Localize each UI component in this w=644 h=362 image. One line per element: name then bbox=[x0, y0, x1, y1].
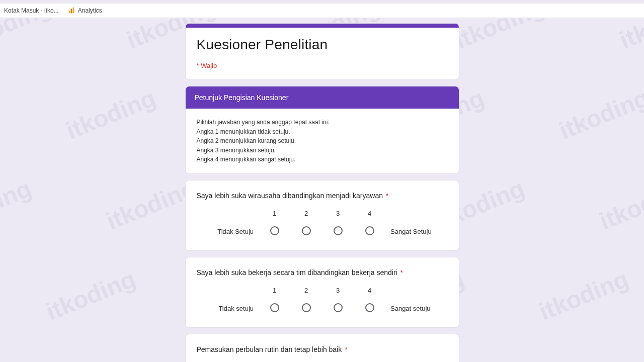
form-title: Kuesioner Penelitian bbox=[197, 37, 448, 53]
required-asterisk: * bbox=[384, 192, 388, 200]
bookmark-label: Analytics bbox=[78, 7, 102, 14]
instruction-line: Angka 2 menunjukkan kurang setuju. bbox=[197, 136, 448, 146]
instructions-body: Pilihlah jawaban yang anda anggap tepat … bbox=[186, 109, 459, 173]
required-note: * Wajib bbox=[197, 62, 448, 69]
form-page: Kuesioner Penelitian * Wajib Petunjuk Pe… bbox=[0, 18, 644, 362]
radio-option-4[interactable] bbox=[365, 303, 374, 312]
scale-number: 2 bbox=[290, 287, 322, 294]
question-card: Saya lebih suka bekerja secara tim diban… bbox=[185, 257, 459, 328]
bookmark-item-analytics[interactable]: Analytics bbox=[68, 7, 102, 14]
svg-rect-1 bbox=[70, 9, 72, 14]
scale-number: 1 bbox=[259, 210, 290, 217]
form-header-card: Kuesioner Penelitian * Wajib bbox=[185, 23, 459, 80]
svg-rect-2 bbox=[72, 8, 74, 13]
radio-option-1[interactable] bbox=[270, 226, 279, 235]
scale-high-label: Sangat Setuju bbox=[385, 228, 436, 235]
analytics-icon bbox=[68, 7, 75, 14]
scale-number: 1 bbox=[259, 287, 290, 294]
question-text: Pemasukan perbulan rutin dan tetap lebih… bbox=[197, 345, 448, 353]
scale-high-label: Sangat setuju bbox=[385, 305, 436, 312]
likert-scale: 1 2 3 4 Tidak setuju Sangat setuju bbox=[197, 287, 448, 314]
radio-option-2[interactable] bbox=[302, 226, 311, 235]
form-accent-bar bbox=[186, 24, 459, 28]
scale-number: 4 bbox=[354, 210, 385, 217]
section-header: Petunjuk Pengisian Kuesioner bbox=[186, 86, 459, 109]
question-text: Saya lebih suka wirausaha dibandingkan m… bbox=[197, 192, 448, 200]
scale-number: 2 bbox=[290, 210, 322, 217]
bookmark-item-inbox[interactable]: Kotak Masuk - itko... bbox=[4, 7, 59, 14]
required-asterisk: * bbox=[398, 268, 403, 277]
scale-low-label: Tidak Setuju bbox=[208, 228, 259, 235]
scale-number: 3 bbox=[322, 210, 354, 217]
question-card: Pemasukan perbulan rutin dan tetap lebih… bbox=[185, 334, 459, 362]
instruction-line: Angka 3 menunjukkan setuju. bbox=[197, 146, 448, 155]
scale-low-label: Tidak setuju bbox=[208, 305, 259, 312]
scale-number: 4 bbox=[354, 287, 385, 294]
bookmark-bar: Kotak Masuk - itko... Analytics bbox=[0, 3, 644, 18]
question-text: Saya lebih suka bekerja secara tim diban… bbox=[197, 268, 448, 277]
radio-option-3[interactable] bbox=[334, 303, 343, 312]
radio-option-1[interactable] bbox=[270, 303, 279, 312]
instruction-line: Angka 1 menunjukkan tidak setuju. bbox=[197, 127, 448, 137]
instruction-line: Angka 4 menunjukkan sangat setuju. bbox=[197, 155, 448, 164]
likert-scale: 1 2 3 4 Tidak Setuju Sangat Setuju bbox=[197, 210, 448, 237]
scale-number: 3 bbox=[322, 287, 354, 294]
radio-option-4[interactable] bbox=[365, 226, 374, 235]
radio-option-3[interactable] bbox=[334, 226, 343, 235]
bookmark-label: Kotak Masuk - itko... bbox=[4, 7, 59, 14]
question-card: Saya lebih suka wirausaha dibandingkan m… bbox=[185, 180, 459, 251]
radio-option-2[interactable] bbox=[302, 303, 311, 312]
instructions-card: Petunjuk Pengisian Kuesioner Pilihlah ja… bbox=[185, 86, 459, 174]
svg-rect-0 bbox=[68, 11, 70, 13]
instruction-line: Pilihlah jawaban yang anda anggap tepat … bbox=[197, 118, 448, 127]
required-asterisk: * bbox=[343, 345, 347, 353]
